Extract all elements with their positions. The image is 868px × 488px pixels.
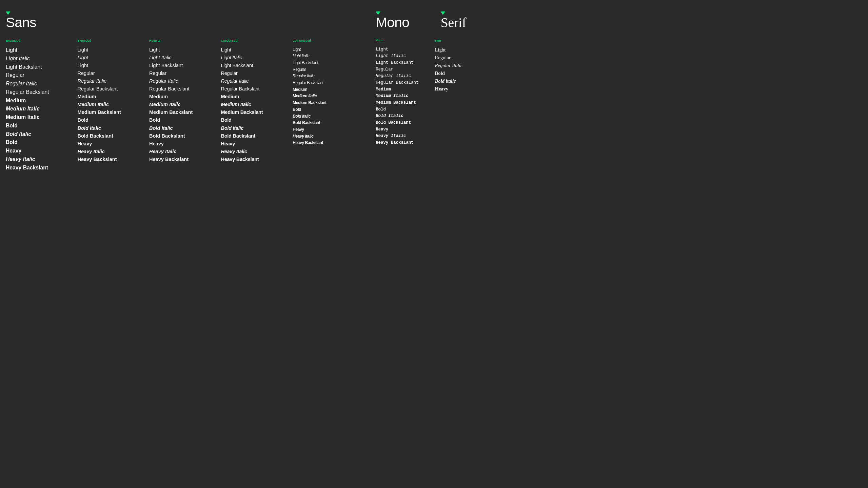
list-item: Bold [221, 117, 289, 124]
list-item: Light Italic [221, 54, 289, 61]
list-item: Medium Backslant [376, 100, 419, 106]
list-item: Medium Backslant [77, 109, 145, 116]
condensed-list: Light Light Italic Light Backslant Regul… [221, 46, 289, 163]
sans-dropdown-arrow[interactable] [6, 12, 11, 15]
list-item: Heavy Italic [149, 148, 217, 155]
list-item: Regular Backslant [293, 80, 360, 86]
list-item: Regular Italic [435, 62, 479, 69]
list-item: Regular Italic [149, 77, 217, 85]
list-item: Medium [376, 86, 419, 93]
list-item: Medium [6, 97, 74, 105]
list-item: Heavy [435, 85, 479, 93]
list-item: Medium Italic [77, 101, 145, 108]
list-item: Light Italic [293, 53, 360, 59]
list-item: Bold [435, 69, 479, 77]
regular-label: Regular [149, 39, 217, 42]
list-item: Regular [6, 71, 74, 79]
mono-col-label: Mono [376, 39, 419, 42]
list-item: Bold Backslant [221, 132, 289, 140]
serif-col-label: Serif [435, 39, 479, 42]
list-item: Light [77, 46, 145, 54]
page-container: Sans Mono Serif [0, 0, 488, 274]
column-regular: Regular Light Light Italic Light Backsla… [149, 39, 221, 172]
list-item: Light [293, 46, 360, 53]
list-item: Bold Italic [6, 130, 74, 138]
list-item: Heavy Italic [77, 148, 145, 155]
right-sections: Mono Light Light Italic Light Backslant … [376, 39, 482, 172]
list-item: Light Backslant [376, 60, 419, 66]
list-item: Light [149, 46, 217, 54]
list-item: Regular Italic [376, 73, 419, 79]
list-item: Heavy Backslant [149, 156, 217, 163]
list-item: Regular [221, 69, 289, 77]
list-item: Regular Backslant [376, 80, 419, 86]
list-item: Regular Italic [6, 80, 74, 88]
list-item: Medium Italic [149, 101, 217, 108]
list-item: Light [221, 46, 289, 54]
list-item: Regular Backslant [77, 85, 145, 93]
column-condensed: Condensed Light Light Italic Light Backs… [221, 39, 293, 172]
list-item: Bold [6, 122, 74, 130]
serif-title: Serif [440, 16, 466, 29]
list-item: Heavy Backslant [221, 156, 289, 163]
sans-title: Sans [6, 16, 36, 29]
list-item: Heavy [221, 140, 289, 147]
list-item: Bold [77, 117, 145, 124]
list-item: Light [77, 54, 145, 61]
list-item: Bold Italic [221, 124, 289, 132]
list-item: Bold Italic [77, 124, 145, 132]
list-item: Medium Backslant [221, 109, 289, 116]
expanded-list: Light Light Italic Light Backslant Regul… [6, 46, 74, 171]
list-item: Medium [77, 93, 145, 101]
main-content: Expanded Light Light Italic Light Backsl… [6, 39, 482, 172]
list-item: Light Backslant [293, 60, 360, 66]
list-item: Regular [149, 69, 217, 77]
mono-title: Mono [376, 16, 409, 29]
right-headers: Mono Serif [376, 12, 482, 29]
list-item: Bold [376, 106, 419, 113]
list-item: Heavy [77, 140, 145, 147]
mono-dropdown-arrow[interactable] [376, 12, 380, 15]
regular-list: Light Light Italic Light Backslant Regul… [149, 46, 217, 163]
serif-header: Serif [440, 12, 482, 29]
sans-header: Sans [6, 12, 364, 29]
expanded-label: Expanded [6, 39, 74, 42]
mono-section-header: Mono [376, 12, 429, 29]
list-item: Light [376, 46, 419, 53]
list-item: Regular [376, 66, 419, 73]
list-item: Bold italic [435, 77, 479, 85]
list-item: Regular [435, 54, 479, 61]
list-item: Light [6, 46, 74, 54]
headers-row: Sans Mono Serif [6, 12, 482, 29]
list-item: Light Backslant [149, 62, 217, 69]
sans-section-header: Sans [6, 12, 364, 29]
list-item: Bold [293, 106, 360, 113]
list-item: Medium [149, 93, 217, 101]
list-item: Bold [149, 117, 217, 124]
list-item: Medium Italic [221, 101, 289, 108]
column-expanded: Expanded Light Light Italic Light Backsl… [6, 39, 78, 172]
list-item: Medium Italic [376, 93, 419, 99]
list-item: Medium Italic [6, 105, 74, 113]
list-item: Heavy Backslant [376, 140, 419, 146]
list-item: Bold Backslant [149, 132, 217, 140]
list-item: Medium Italic [6, 113, 74, 121]
list-item: Medium Backslant [149, 109, 217, 116]
list-item: Bold Backslant [376, 120, 419, 126]
list-item: Medium Italic [293, 93, 360, 99]
extended-list: Light Light Light Regular Regular Italic… [77, 46, 145, 163]
list-item: Light Italic [6, 55, 74, 63]
serif-dropdown-arrow[interactable] [440, 12, 445, 15]
list-item: Heavy Italic [6, 155, 74, 163]
list-item: Heavy Backslant [293, 140, 360, 146]
page-wrapper: Sans Mono Serif [0, 0, 488, 274]
list-item: Regular Backslant [6, 88, 74, 96]
list-item: Regular Backslant [149, 85, 217, 93]
list-item: Regular Italic [77, 77, 145, 85]
column-compressed: Compressed Light Light Italic Light Back… [293, 39, 364, 172]
list-item: Regular Italic [221, 77, 289, 85]
mono-header: Mono [376, 12, 429, 29]
list-item: Regular Italic [293, 73, 360, 79]
list-item: Bold Italic [376, 113, 419, 119]
extended-label: Extended [77, 39, 145, 42]
